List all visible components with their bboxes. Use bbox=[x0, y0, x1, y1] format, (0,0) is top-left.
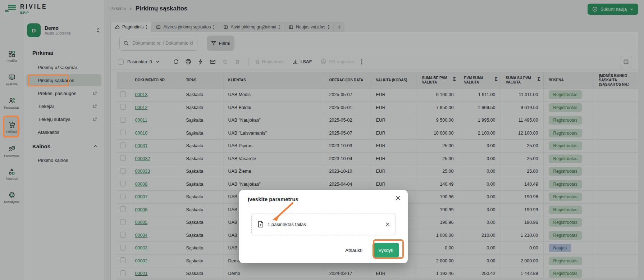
parameters-dialog: Įveskite parametrus 1 pasirinktas failas… bbox=[239, 190, 408, 263]
clear-file-icon[interactable] bbox=[385, 222, 390, 226]
execute-button[interactable]: Vykdyti bbox=[373, 243, 399, 257]
cancel-button[interactable]: Atšaukti bbox=[345, 248, 362, 253]
file-selected-label: 1 pasirinktas failas bbox=[268, 222, 306, 227]
dialog-title: Įveskite parametrus bbox=[248, 196, 298, 202]
close-icon[interactable] bbox=[396, 195, 401, 200]
app-window: Pradžia Apskaita Personalas Pirkimai Par… bbox=[0, 0, 644, 280]
file-upload-field[interactable]: 1 pasirinktas failas bbox=[251, 213, 396, 235]
file-plus-icon bbox=[257, 221, 264, 228]
dialog-footer: Atšaukti Vykdyti bbox=[345, 243, 399, 257]
